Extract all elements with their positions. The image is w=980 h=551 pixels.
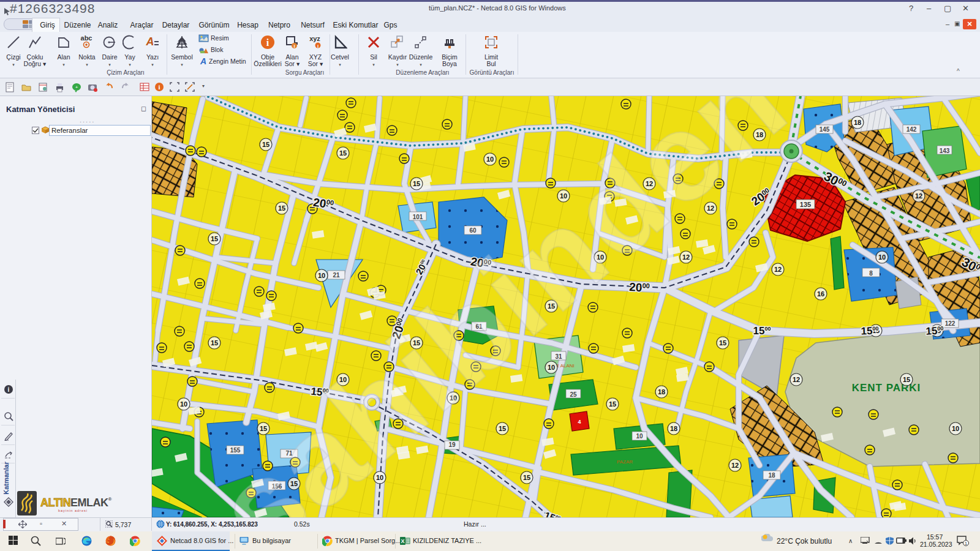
svg-text:12: 12: [682, 253, 690, 261]
svg-text:12: 12: [915, 192, 922, 200]
svg-text:60: 60: [469, 227, 477, 234]
svg-text:A: A: [200, 56, 206, 66]
svg-text:12: 12: [793, 376, 800, 383]
svg-text:143: 143: [940, 148, 950, 154]
svg-text:10: 10: [952, 425, 959, 432]
svg-text:PAZAR: PAZAR: [617, 459, 633, 465]
svg-text:15: 15: [339, 149, 347, 157]
svg-text:15: 15: [903, 376, 910, 383]
svg-text:10: 10: [180, 400, 187, 408]
svg-text:142: 142: [907, 126, 917, 133]
svg-text:15: 15: [211, 339, 218, 347]
svg-text:15: 15: [211, 235, 218, 242]
svg-text:12: 12: [731, 462, 739, 469]
svg-text:i: i: [266, 37, 270, 48]
svg-text:i: i: [293, 43, 295, 49]
svg-text:15: 15: [523, 474, 530, 481]
svg-text:16: 16: [817, 290, 824, 298]
svg-text:10: 10: [548, 364, 555, 371]
svg-text:18: 18: [768, 472, 775, 479]
svg-text:18: 18: [670, 425, 677, 432]
svg-text:1: 1: [965, 541, 968, 546]
svg-text:15: 15: [278, 204, 285, 212]
svg-text:15: 15: [413, 180, 420, 187]
svg-text:15: 15: [499, 425, 506, 432]
svg-text:12: 12: [774, 266, 782, 273]
svg-text:101: 101: [413, 214, 423, 220]
svg-text:10: 10: [878, 253, 886, 261]
svg-text:10: 10: [636, 433, 643, 440]
svg-text:21: 21: [333, 272, 340, 279]
svg-text:15: 15: [609, 400, 616, 408]
svg-text:15: 15: [262, 141, 270, 148]
svg-text:abc: abc: [81, 35, 92, 42]
svg-text:135: 135: [800, 201, 811, 208]
svg-text:i: i: [8, 386, 10, 393]
svg-text:145: 145: [820, 126, 830, 133]
svg-text:A: A: [146, 36, 154, 48]
svg-text:xyz: xyz: [309, 35, 320, 42]
svg-text:10: 10: [318, 272, 325, 279]
svg-text:122: 122: [945, 320, 956, 327]
svg-text:i: i: [158, 83, 160, 91]
svg-text:19: 19: [448, 441, 456, 448]
svg-text:10: 10: [486, 156, 494, 163]
svg-text:i: i: [317, 43, 318, 49]
svg-text:18: 18: [658, 388, 665, 395]
svg-text:4: 4: [578, 419, 581, 425]
svg-text:X: X: [401, 538, 404, 544]
svg-text:31: 31: [555, 353, 562, 360]
svg-text:15: 15: [719, 339, 726, 347]
svg-text:18: 18: [854, 119, 861, 126]
svg-text:+: +: [75, 84, 78, 90]
svg-text:8: 8: [869, 270, 873, 277]
svg-text:25: 25: [570, 391, 577, 398]
